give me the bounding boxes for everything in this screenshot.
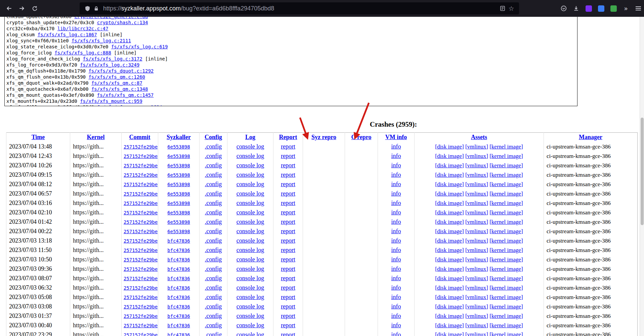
commit-link[interactable]: 257152fe29be [124, 144, 158, 150]
menu-hamburger-icon[interactable] [635, 5, 642, 12]
scrollbar-thumb[interactable] [641, 118, 644, 225]
asset-link[interactable]: [kernel image] [489, 294, 523, 300]
asset-link[interactable]: [vmlinux] [465, 219, 488, 225]
console-log-link[interactable]: console log [237, 312, 264, 319]
syzkaller-commit-link[interactable]: bfc47836 [167, 295, 190, 300]
config-link[interactable]: .config [205, 284, 222, 291]
asset-link[interactable]: [disk image] [435, 313, 464, 319]
source-file-link[interactable]: fs/xfs/xfs_qm.c:1260 [88, 74, 145, 80]
column-sort-link-time[interactable]: Time [32, 134, 45, 140]
column-sort-link-kernel[interactable]: Kernel [87, 134, 105, 140]
asset-link[interactable]: [kernel image] [489, 331, 523, 336]
report-link[interactable]: report [281, 181, 295, 187]
vm-info-link[interactable]: info [391, 303, 401, 310]
vm-info-link[interactable]: info [391, 284, 401, 291]
extension-blue-icon[interactable] [597, 5, 605, 12]
asset-link[interactable]: [kernel image] [489, 256, 523, 263]
config-link[interactable]: .config [205, 228, 222, 235]
syzkaller-commit-link[interactable]: bfc47836 [167, 332, 190, 336]
syzkaller-commit-link[interactable]: 6e553898 [167, 219, 190, 225]
asset-link[interactable]: [kernel image] [489, 313, 523, 319]
vertical-scrollbar[interactable] [640, 17, 644, 336]
asset-link[interactable]: [disk image] [435, 266, 464, 272]
source-file-link[interactable]: fs/xfs/xfs_log.c:2111 [72, 38, 131, 43]
asset-link[interactable]: [vmlinux] [465, 331, 488, 336]
config-link[interactable]: .config [205, 153, 222, 159]
config-link[interactable]: .config [205, 303, 222, 310]
console-log-link[interactable]: console log [237, 209, 264, 216]
source-file-link[interactable]: fs/xfs/xfs_dquot.c:1292 [88, 68, 154, 74]
config-link[interactable]: .config [205, 190, 222, 197]
commit-link[interactable]: 257152fe29be [124, 210, 158, 215]
syzkaller-commit-link[interactable]: bfc47836 [167, 276, 190, 281]
column-sort-link-syzkaller[interactable]: Syzkaller [167, 134, 191, 140]
asset-link[interactable]: [vmlinux] [465, 313, 488, 319]
source-file-link[interactable]: fs/xfs/xfs_qm.c:87 [91, 80, 142, 86]
commit-link[interactable]: 257152fe29be [124, 295, 158, 300]
asset-link[interactable]: [kernel image] [489, 266, 523, 272]
vm-info-link[interactable]: info [391, 312, 401, 319]
asset-link[interactable]: [kernel image] [489, 219, 523, 225]
asset-link[interactable]: [vmlinux] [465, 143, 488, 150]
report-link[interactable]: report [281, 284, 295, 291]
asset-link[interactable]: [vmlinux] [465, 247, 488, 253]
report-link[interactable]: report [281, 303, 295, 310]
vm-info-link[interactable]: info [391, 171, 401, 178]
config-link[interactable]: .config [205, 162, 222, 169]
console-log-link[interactable]: console log [237, 228, 264, 235]
report-link[interactable]: report [281, 322, 295, 329]
column-sort-link-config[interactable]: Config [205, 134, 222, 140]
asset-link[interactable]: [disk image] [435, 153, 464, 159]
report-link[interactable]: report [281, 312, 295, 319]
syzkaller-commit-link[interactable]: 6e553898 [167, 229, 190, 234]
commit-link[interactable]: 257152fe29be [124, 219, 158, 225]
syzkaller-commit-link[interactable]: bfc47836 [167, 266, 190, 272]
vm-info-link[interactable]: info [391, 181, 401, 187]
column-sort-link-syz-repro[interactable]: Syz repro [311, 134, 336, 140]
report-link[interactable]: report [281, 256, 295, 263]
syzkaller-commit-link[interactable]: bfc47836 [167, 323, 190, 328]
source-file-link[interactable]: fs/xfs/xfs_log.c:3172 [83, 56, 142, 61]
asset-link[interactable]: [disk image] [435, 209, 464, 216]
commit-link[interactable]: 257152fe29be [124, 238, 158, 244]
asset-link[interactable]: [vmlinux] [465, 181, 488, 187]
commit-link[interactable]: 257152fe29be [124, 229, 158, 234]
asset-link[interactable]: [vmlinux] [465, 191, 488, 197]
vm-info-link[interactable]: info [391, 153, 401, 159]
lock-icon[interactable] [92, 4, 100, 13]
source-file-link[interactable]: fs/xfs/xfs_qm.c:1348 [91, 86, 148, 92]
asset-link[interactable]: [kernel image] [489, 143, 523, 150]
commit-link[interactable]: 257152fe29be [124, 248, 158, 253]
asset-link[interactable]: [vmlinux] [465, 275, 488, 282]
console-log-link[interactable]: console log [237, 190, 264, 197]
commit-link[interactable]: 257152fe29be [124, 304, 158, 309]
column-sort-link-log[interactable]: Log [245, 134, 255, 140]
console-log-link[interactable]: console log [237, 237, 264, 244]
asset-link[interactable]: [disk image] [435, 200, 464, 206]
syzkaller-commit-link[interactable]: bfc47836 [167, 313, 190, 319]
source-file-link[interactable]: fs/xfs/xfs_log.c:888 [54, 50, 111, 55]
vm-info-link[interactable]: info [391, 190, 401, 197]
report-link[interactable]: report [281, 237, 295, 244]
asset-link[interactable]: [vmlinux] [465, 162, 488, 169]
asset-link[interactable]: [disk image] [435, 143, 464, 150]
report-link[interactable]: report [281, 171, 295, 178]
commit-link[interactable]: 257152fe29be [124, 191, 158, 197]
report-link[interactable]: report [281, 162, 295, 169]
vm-info-link[interactable]: info [391, 265, 401, 272]
column-sort-link-commit[interactable]: Commit [129, 134, 151, 140]
syzkaller-commit-link[interactable]: 6e553898 [167, 144, 190, 150]
console-log-link[interactable]: console log [237, 153, 264, 159]
extension-purple-icon[interactable] [585, 5, 592, 12]
console-log-link[interactable]: console log [237, 256, 264, 263]
report-link[interactable]: report [281, 275, 295, 282]
report-link[interactable]: report [281, 153, 295, 159]
commit-link[interactable]: 257152fe29be [124, 163, 158, 168]
asset-link[interactable]: [disk image] [435, 219, 464, 225]
asset-link[interactable]: [disk image] [435, 191, 464, 197]
reader-mode-icon[interactable] [498, 4, 507, 13]
config-link[interactable]: .config [205, 265, 222, 272]
syzkaller-commit-link[interactable]: 6e553898 [167, 182, 190, 187]
console-log-link[interactable]: console log [237, 143, 264, 150]
forward-button[interactable] [16, 3, 28, 14]
